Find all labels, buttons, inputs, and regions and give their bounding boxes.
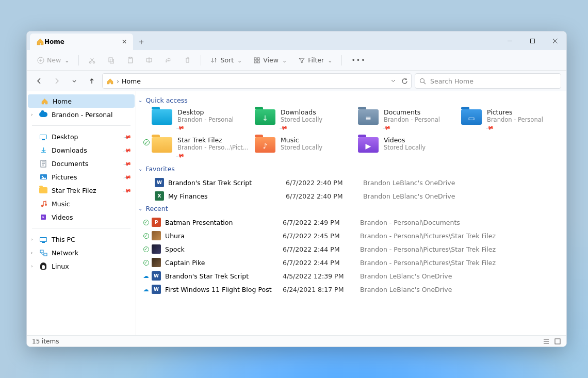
favorite-row[interactable]: W Brandon's Star Trek Script 6/7/2022 2:… bbox=[142, 176, 561, 189]
quick-access-tile[interactable]: ✓ Star Trek Filez Brandon - Perso...\Pic… bbox=[151, 135, 252, 160]
sidebar-item[interactable]: Star Trek Filez📌 bbox=[27, 184, 136, 197]
body: Home › Brandon - Personal Desktop📌Downlo… bbox=[27, 91, 566, 335]
cut-button[interactable] bbox=[84, 53, 100, 68]
pin-icon: 📌 bbox=[123, 146, 132, 154]
linux-icon bbox=[39, 262, 47, 270]
details-view-icon[interactable] bbox=[543, 338, 550, 345]
sidebar-item[interactable]: Music bbox=[27, 197, 136, 210]
thumbnails-view-icon[interactable] bbox=[554, 338, 561, 345]
svg-rect-1 bbox=[530, 39, 534, 43]
close-tab-icon[interactable]: ✕ bbox=[122, 38, 127, 45]
recent-row[interactable]: ✓ P Batman Presentation 6/7/2022 2:49 PM… bbox=[142, 216, 561, 229]
pin-icon: 📌 bbox=[123, 133, 132, 141]
refresh-icon[interactable] bbox=[401, 78, 408, 85]
copy-button[interactable] bbox=[103, 53, 119, 68]
pin-icon: 📌 bbox=[123, 173, 132, 181]
favorite-row[interactable]: X My Finances 6/7/2022 2:40 PM Brandon L… bbox=[142, 189, 561, 203]
section-favorites[interactable]: ⌄ Favorites bbox=[138, 165, 561, 173]
recent-row[interactable]: ✓ Captain Pike 6/7/2022 2:44 PM Brandon … bbox=[142, 256, 561, 269]
pin-icon: 📌 bbox=[123, 159, 132, 168]
new-button[interactable]: New bbox=[33, 53, 73, 68]
forward-button[interactable] bbox=[50, 74, 64, 88]
recent-row[interactable]: ✓ Uhura 6/7/2022 2:45 PM Brandon - Perso… bbox=[142, 229, 561, 242]
quick-access-tile[interactable]: Desktop Brandon - Personal 📌 bbox=[151, 107, 252, 132]
pin-icon: 📌 bbox=[176, 152, 185, 160]
pin-icon: 📌 bbox=[383, 124, 391, 132]
sidebar-item[interactable]: Desktop📌 bbox=[27, 130, 136, 143]
quick-access-tile[interactable]: ▶ Videos Stored Locally bbox=[357, 135, 458, 160]
quick-access-tile[interactable]: ♪ Music Stored Locally bbox=[254, 135, 355, 160]
file-icon: W bbox=[155, 178, 164, 187]
sync-badge-icon: ✓ bbox=[143, 220, 149, 225]
share-button[interactable] bbox=[160, 53, 176, 68]
sidebar-item-onedrive[interactable]: › Brandon - Personal bbox=[27, 108, 136, 121]
pin-icon: 📌 bbox=[176, 124, 185, 132]
chevron-right-icon[interactable]: › bbox=[31, 250, 33, 255]
section-recent[interactable]: ⌄ Recent bbox=[138, 205, 561, 212]
folder-icon bbox=[39, 173, 47, 181]
view-button[interactable]: View bbox=[249, 53, 291, 68]
sidebar-item-home[interactable]: Home bbox=[28, 94, 135, 108]
recent-locations-button[interactable] bbox=[67, 74, 81, 88]
folder-icon bbox=[152, 136, 172, 154]
command-bar: New Sort View Filter ••• bbox=[27, 50, 566, 71]
delete-button[interactable] bbox=[179, 53, 195, 68]
more-button[interactable]: ••• bbox=[347, 53, 370, 68]
search-input[interactable]: Search Home bbox=[415, 73, 561, 89]
svg-line-20 bbox=[424, 82, 426, 84]
minimize-button[interactable] bbox=[498, 32, 521, 49]
svg-rect-36 bbox=[555, 339, 560, 344]
svg-point-27 bbox=[41, 176, 43, 177]
address-dropdown-icon[interactable] bbox=[390, 78, 396, 85]
search-placeholder: Search Home bbox=[430, 77, 473, 85]
breadcrumb-current[interactable]: Home bbox=[122, 77, 141, 85]
svg-point-29 bbox=[45, 204, 47, 206]
folder-icon bbox=[152, 108, 172, 126]
up-button[interactable] bbox=[85, 74, 99, 88]
sort-button[interactable]: Sort bbox=[206, 53, 246, 68]
svg-rect-18 bbox=[257, 61, 259, 63]
close-window-button[interactable] bbox=[544, 32, 566, 49]
sort-icon bbox=[210, 57, 218, 64]
sidebar-item[interactable]: Documents📌 bbox=[27, 157, 136, 170]
recent-row[interactable]: ✓ Spock 6/7/2022 2:44 PM Brandon - Perso… bbox=[142, 242, 561, 256]
folder-icon: ↓ bbox=[255, 108, 275, 126]
svg-rect-16 bbox=[257, 58, 259, 60]
copy-icon bbox=[107, 56, 115, 64]
folder-icon bbox=[39, 186, 47, 194]
chevron-down-icon: ⌄ bbox=[138, 166, 142, 172]
sidebar-item-network[interactable]: › Network bbox=[27, 246, 136, 259]
file-icon: W bbox=[152, 285, 161, 294]
section-quick-access[interactable]: ⌄ Quick access bbox=[138, 96, 561, 104]
folder-icon bbox=[39, 146, 47, 154]
address-bar[interactable]: › Home bbox=[102, 73, 412, 89]
quick-access-tile[interactable]: ▭ Pictures Brandon - Personal 📌 bbox=[460, 107, 561, 132]
file-icon: P bbox=[152, 218, 161, 227]
rename-button[interactable] bbox=[141, 53, 157, 68]
chevron-right-icon[interactable]: › bbox=[31, 237, 33, 242]
svg-rect-9 bbox=[109, 58, 112, 62]
back-button[interactable] bbox=[32, 74, 46, 88]
paste-button[interactable] bbox=[122, 53, 138, 68]
recent-row[interactable]: ☁ W Brandon's Star Trek Script 4/5/2022 … bbox=[142, 269, 561, 283]
sidebar-item[interactable]: Pictures📌 bbox=[27, 170, 136, 184]
maximize-button[interactable] bbox=[521, 32, 544, 49]
file-icon: X bbox=[155, 191, 164, 201]
sidebar-item[interactable]: Videos bbox=[27, 210, 136, 224]
chevron-right-icon[interactable]: › bbox=[31, 112, 33, 117]
filter-button[interactable]: Filter bbox=[294, 53, 336, 68]
plus-circle-icon bbox=[37, 57, 44, 64]
new-tab-button[interactable]: ＋ bbox=[133, 34, 150, 50]
chevron-right-icon[interactable]: › bbox=[31, 264, 33, 269]
quick-access-tile[interactable]: ≡ Documents Brandon - Personal 📌 bbox=[357, 107, 458, 132]
sidebar-item-linux[interactable]: › Linux bbox=[27, 259, 136, 273]
sidebar-item-this-pc[interactable]: › This PC bbox=[27, 233, 136, 246]
svg-rect-10 bbox=[110, 59, 114, 63]
recent-row[interactable]: ☁ W First Windows 11 Flight Blog Post 6/… bbox=[142, 283, 561, 296]
tab-home[interactable]: Home ✕ bbox=[30, 34, 133, 50]
sidebar-item[interactable]: Downloads📌 bbox=[27, 143, 136, 157]
paste-icon bbox=[126, 56, 134, 64]
filter-icon bbox=[298, 57, 305, 64]
svg-rect-15 bbox=[254, 58, 256, 60]
quick-access-tile[interactable]: ↓ Downloads Stored Locally 📌 bbox=[254, 107, 355, 132]
